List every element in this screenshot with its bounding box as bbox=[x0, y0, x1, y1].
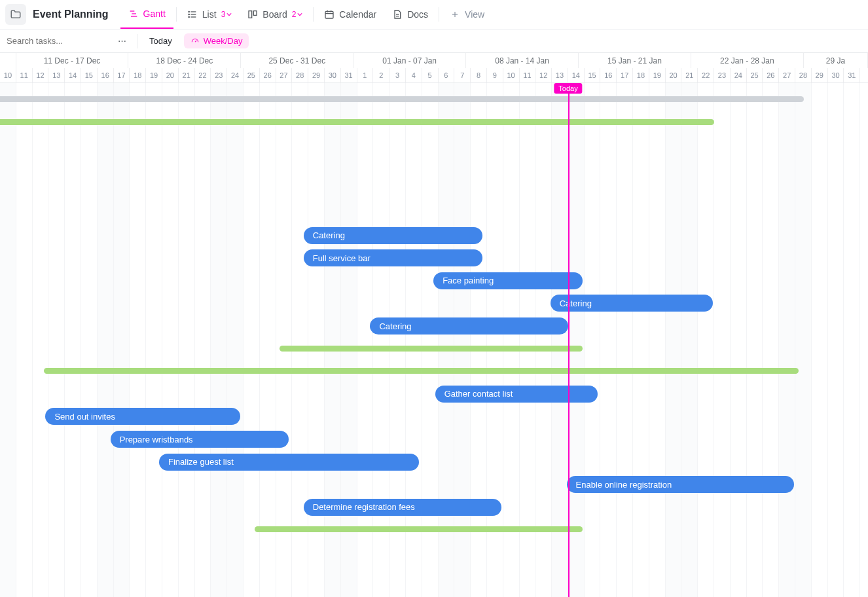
day-header: 20 bbox=[666, 68, 682, 82]
more-button[interactable]: ⋯ bbox=[113, 33, 132, 48]
svg-point-6 bbox=[189, 11, 189, 12]
task-bar[interactable]: Face painting bbox=[433, 272, 583, 289]
task-label: Prepare wristbands bbox=[120, 435, 193, 444]
task-label: Face painting bbox=[443, 276, 494, 285]
summary-bar[interactable] bbox=[255, 526, 583, 532]
day-header: 22 bbox=[698, 68, 714, 82]
day-header: 11 bbox=[520, 68, 536, 82]
tab-label: Docs bbox=[407, 9, 428, 20]
task-label: Catering bbox=[313, 230, 345, 240]
gantt-bars: CateringFull service barFace paintingCat… bbox=[0, 83, 868, 597]
day-header: 8 bbox=[471, 68, 487, 82]
week-header: 22 Jan - 28 Jan bbox=[691, 53, 804, 68]
tab-board[interactable]: Board2 bbox=[240, 0, 310, 29]
week-header: 08 Jan - 14 Jan bbox=[466, 53, 579, 68]
day-header: 23 bbox=[714, 68, 731, 82]
day-header: 14 bbox=[568, 68, 585, 82]
days-row: 1011121314151617181920212223242526272829… bbox=[0, 68, 868, 82]
task-bar[interactable]: Catering bbox=[370, 317, 568, 335]
svg-rect-11 bbox=[325, 11, 333, 18]
today-label: Today bbox=[554, 83, 582, 94]
day-header: 18 bbox=[633, 68, 649, 82]
doc-icon bbox=[392, 9, 403, 20]
range-label: Week/Day bbox=[204, 36, 243, 46]
day-header: 30 bbox=[325, 68, 341, 82]
divider bbox=[137, 34, 137, 48]
task-bar[interactable]: Send out invites bbox=[45, 408, 240, 425]
task-label: Send out invites bbox=[54, 412, 115, 422]
summary-bar[interactable] bbox=[0, 119, 714, 125]
page-title: Event Planning bbox=[33, 9, 109, 20]
task-bar[interactable]: Finalize guest list bbox=[159, 454, 419, 471]
task-label: Enable online registration bbox=[576, 480, 672, 490]
plus-icon bbox=[450, 9, 460, 20]
day-header: 16 bbox=[600, 68, 617, 82]
week-header: 11 Dec - 17 Dec bbox=[16, 53, 129, 68]
task-label: Gather contact list bbox=[444, 389, 513, 399]
week-header: 18 Dec - 24 Dec bbox=[128, 53, 241, 68]
svg-rect-10 bbox=[254, 11, 257, 16]
day-header: 29 bbox=[308, 68, 325, 82]
summary-bar[interactable] bbox=[44, 368, 799, 374]
week-header: 25 Dec - 31 Dec bbox=[241, 53, 353, 68]
day-header: 26 bbox=[763, 68, 779, 82]
tab-label: Gantt bbox=[143, 9, 166, 19]
day-header: 12 bbox=[535, 68, 552, 82]
day-header: 2 bbox=[373, 68, 389, 82]
task-bar[interactable]: Prepare wristbands bbox=[111, 431, 289, 448]
day-header: 26 bbox=[260, 68, 276, 82]
tab-docs[interactable]: Docs bbox=[384, 0, 436, 29]
day-header: 15 bbox=[585, 68, 601, 82]
search-input[interactable] bbox=[3, 33, 107, 48]
day-header: 7 bbox=[454, 68, 471, 82]
today-line bbox=[568, 83, 570, 597]
day-header: 19 bbox=[649, 68, 666, 82]
task-bar[interactable]: Gather contact list bbox=[435, 386, 598, 403]
topbar: Event Planning GanttList3 Board2 Calenda… bbox=[0, 0, 868, 29]
task-bar[interactable]: Catering bbox=[551, 295, 713, 312]
tab-label: Board bbox=[262, 9, 287, 20]
gantt-area[interactable]: CateringFull service barFace paintingCat… bbox=[0, 83, 868, 597]
task-label: Full service bar bbox=[313, 253, 371, 263]
day-header: 15 bbox=[81, 68, 98, 82]
svg-rect-9 bbox=[249, 11, 252, 18]
task-bar[interactable]: Determine registration fees bbox=[304, 499, 502, 516]
board-icon bbox=[247, 9, 258, 20]
day-header: 24 bbox=[731, 68, 747, 82]
day-header: 17 bbox=[114, 68, 130, 82]
day-header: 29 bbox=[812, 68, 828, 82]
day-header: 27 bbox=[276, 68, 293, 82]
day-header: 25 bbox=[244, 68, 260, 82]
summary-bar[interactable] bbox=[0, 96, 804, 102]
folder-icon bbox=[10, 9, 22, 20]
svg-point-7 bbox=[189, 14, 189, 14]
tab-view[interactable]: View bbox=[442, 0, 492, 29]
tab-list[interactable]: List3 bbox=[179, 0, 240, 29]
tab-gantt[interactable]: Gantt bbox=[120, 0, 173, 29]
task-bar[interactable]: Catering bbox=[304, 227, 482, 244]
day-header: 25 bbox=[747, 68, 763, 82]
tab-calendar[interactable]: Calendar bbox=[316, 0, 384, 29]
calendar-icon bbox=[324, 9, 335, 20]
task-label: Finalize guest list bbox=[168, 457, 234, 467]
day-header: 11 bbox=[16, 68, 33, 82]
today-button[interactable]: Today bbox=[143, 33, 179, 48]
day-header: 22 bbox=[195, 68, 211, 82]
day-header: 27 bbox=[779, 68, 795, 82]
task-bar[interactable]: Enable online registration bbox=[567, 476, 794, 493]
summary-bar[interactable] bbox=[280, 346, 583, 352]
range-button[interactable]: Week/Day bbox=[184, 33, 249, 48]
toolbar: ⋯ Today Week/Day bbox=[0, 29, 868, 53]
folder-button[interactable] bbox=[5, 4, 26, 25]
day-header: 28 bbox=[292, 68, 308, 82]
day-header: 21 bbox=[179, 68, 195, 82]
list-icon bbox=[187, 9, 198, 20]
day-header: 4 bbox=[406, 68, 422, 82]
divider bbox=[439, 7, 439, 22]
day-header: 1 bbox=[357, 68, 374, 82]
timeline-header: 11 Dec - 17 Dec18 Dec - 24 Dec25 Dec - 3… bbox=[0, 53, 868, 83]
day-header: 5 bbox=[422, 68, 439, 82]
task-bar[interactable]: Full service bar bbox=[304, 249, 482, 266]
day-header: 16 bbox=[98, 68, 114, 82]
day-header: 13 bbox=[48, 68, 65, 82]
